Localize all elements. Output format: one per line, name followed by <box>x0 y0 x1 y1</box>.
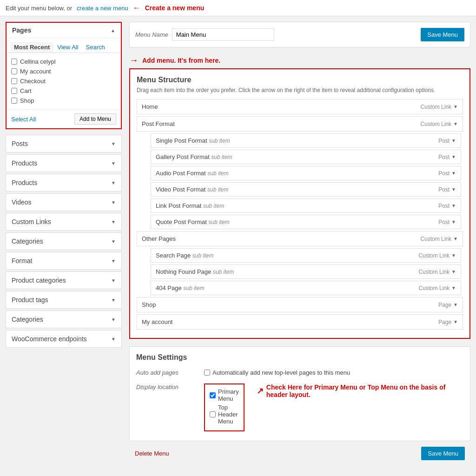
accordion-header[interactable]: Products ▼ <box>6 174 121 191</box>
menu-item-post-format-name: Post Format <box>142 120 175 127</box>
tab-search[interactable]: Search <box>82 42 109 53</box>
other-pages-dropdown[interactable]: ▼ <box>453 236 458 241</box>
accordion-header[interactable]: Products ▼ <box>6 155 121 172</box>
top-header-menu-checkbox[interactable] <box>210 411 216 417</box>
accordion-header[interactable]: WooCommerce endpoints ▼ <box>6 331 121 347</box>
accordion-item-videos: Videos ▼ <box>6 193 122 211</box>
accordion-header[interactable]: Categories ▼ <box>6 233 121 250</box>
create-new-menu-link[interactable]: create a new menu <box>77 5 128 12</box>
checkbox-myaccount[interactable] <box>11 68 17 74</box>
add-to-menu-button[interactable]: Add to Menu <box>74 113 116 125</box>
shop-dropdown[interactable]: ▼ <box>453 302 458 307</box>
accordion-arrow-icon: ▼ <box>111 200 116 205</box>
tab-most-recent[interactable]: Most Recent <box>10 42 53 53</box>
accordion-arrow-icon: ▼ <box>111 180 116 185</box>
menu-name-input[interactable] <box>172 28 274 41</box>
menu-subitem-search-page: Search Page sub item Custom Link ▼ <box>151 248 461 263</box>
accordion-header[interactable]: Format ▼ <box>6 252 121 269</box>
nothing-found-dropdown[interactable]: ▼ <box>451 269 456 274</box>
menu-item-other-pages: Other Pages Custom Link ▼ <box>137 231 463 246</box>
accordion-header[interactable]: Product categories ▼ <box>6 272 121 289</box>
primary-menu-checkbox[interactable] <box>210 392 216 398</box>
main-content: Pages ▲ Most Recent View All Search Cell… <box>0 16 476 476</box>
checkbox-shop[interactable] <box>11 98 17 104</box>
checkbox-checkout[interactable] <box>11 78 17 84</box>
checkbox-cart[interactable] <box>11 88 17 94</box>
accordion-label: Categories <box>12 316 43 323</box>
delete-menu-link[interactable]: Delete Menu <box>135 450 169 457</box>
accordion-label: Product categories <box>12 277 66 284</box>
accordion-header[interactable]: Posts ▼ <box>6 135 121 152</box>
accordion-header[interactable]: Custom Links ▼ <box>6 213 121 230</box>
display-location-label: Display location <box>136 383 197 390</box>
accordion-label: Products <box>12 159 37 167</box>
accordion-arrow-icon: ▼ <box>111 258 116 264</box>
menu-item-home-type: Custom Link ▼ <box>420 104 458 110</box>
add-menu-annotation-row: → Add menu. It's from here. <box>129 55 470 66</box>
save-menu-button-bottom[interactable]: Save Menu <box>421 447 465 460</box>
menu-subitem-gallery-post: Gallery Post Format sub item Post ▼ <box>151 150 461 164</box>
accordion-label: Videos <box>12 198 32 206</box>
pages-panel: Pages ▲ Most Recent View All Search Cell… <box>6 22 122 129</box>
menu-structure-title: Menu Structure <box>137 76 463 84</box>
page-wrap: Edit your menu below, or create a new me… <box>0 0 476 476</box>
select-all-link[interactable]: Select All <box>11 116 36 123</box>
single-post-dropdown[interactable]: ▼ <box>451 138 456 143</box>
accordion-label: Format <box>12 257 32 264</box>
accordion-list: Posts ▼ Products ▼ Products ▼ Videos ▼ C… <box>6 135 122 348</box>
checkbox-cellina[interactable] <box>11 59 17 65</box>
red-arrow-top: ← <box>133 4 140 12</box>
tab-view-all[interactable]: View All <box>53 42 82 53</box>
save-menu-button-top[interactable]: Save Menu <box>421 28 464 41</box>
menu-subitem-link-post: Link Post Format sub item Post ▼ <box>151 198 461 213</box>
link-post-dropdown[interactable]: ▼ <box>451 203 456 208</box>
pages-toggle-arrow[interactable]: ▲ <box>111 28 115 33</box>
accordion-item-categories: Categories ▼ <box>6 232 122 250</box>
auto-add-pages-desc: Automatically add new top-level pages to… <box>212 369 350 376</box>
pages-panel-title: Pages <box>12 26 31 34</box>
list-item: Checkout <box>11 76 116 86</box>
auto-add-pages-checkbox[interactable] <box>204 370 210 376</box>
add-menu-annotation: Add menu. It's from here. <box>142 57 220 64</box>
gallery-post-dropdown[interactable]: ▼ <box>451 154 456 159</box>
auto-add-pages-row: Auto add pages Automatically add new top… <box>136 366 463 381</box>
my-account-dropdown[interactable]: ▼ <box>453 319 458 324</box>
accordion-header[interactable]: Categories ▼ <box>6 311 121 328</box>
page-label-cart: Cart <box>20 87 32 94</box>
404-page-dropdown[interactable]: ▼ <box>451 285 456 291</box>
list-item: My account <box>11 66 116 76</box>
accordion-arrow-icon: ▼ <box>111 298 116 303</box>
top-bar: Edit your menu below, or create a new me… <box>0 0 476 16</box>
audio-post-dropdown[interactable]: ▼ <box>451 171 456 176</box>
accordion-header[interactable]: Videos ▼ <box>6 194 121 211</box>
accordion-label: Custom Links <box>12 218 51 225</box>
menu-subitem-404-page: 404 Page sub item Custom Link ▼ <box>151 281 461 295</box>
menu-structure-desc: Drag each item into the order you prefer… <box>137 87 463 93</box>
page-label-checkout: Checkout <box>20 78 46 85</box>
accordion-arrow-icon: ▼ <box>111 337 116 342</box>
accordion-header[interactable]: Product tags ▼ <box>6 291 121 308</box>
accordion-item-products: Products ▼ <box>6 154 122 172</box>
list-item: Cellina celypl <box>11 57 116 66</box>
list-item: Shop <box>11 96 116 106</box>
page-label-shop: Shop <box>20 97 34 104</box>
search-page-dropdown[interactable]: ▼ <box>451 253 456 258</box>
edit-menu-text: Edit your menu below, or <box>6 5 72 12</box>
home-dropdown-arrow[interactable]: ▼ <box>453 104 458 109</box>
post-format-dropdown-arrow[interactable]: ▼ <box>453 121 458 126</box>
quote-post-dropdown[interactable]: ▼ <box>451 219 456 225</box>
accordion-item-products: Products ▼ <box>6 174 122 192</box>
accordion-item-woocommerce-endpoints: WooCommerce endpoints ▼ <box>6 330 122 348</box>
pages-actions: Select All Add to Menu <box>7 109 121 128</box>
menu-subitem-quote-post: Quote Post Format sub item Post ▼ <box>151 215 461 229</box>
menu-item-shop: Shop Page ▼ <box>137 297 463 312</box>
auto-add-pages-label: Auto add pages <box>136 369 197 376</box>
arrow-right-icon: → <box>129 55 139 66</box>
video-post-dropdown[interactable]: ▼ <box>451 187 456 192</box>
display-location-box: Primary Menu Top Header Menu <box>204 383 245 431</box>
accordion-item-custom-links: Custom Links ▼ <box>6 213 122 231</box>
menu-item-post-format-type: Custom Link ▼ <box>420 121 458 127</box>
pages-panel-header: Pages ▲ <box>7 23 121 38</box>
menu-subitem-nothing-found: Nothing Found Page sub item Custom Link … <box>151 264 461 279</box>
right-panel: Menu Name Save Menu → Add menu. It's fro… <box>129 22 470 470</box>
